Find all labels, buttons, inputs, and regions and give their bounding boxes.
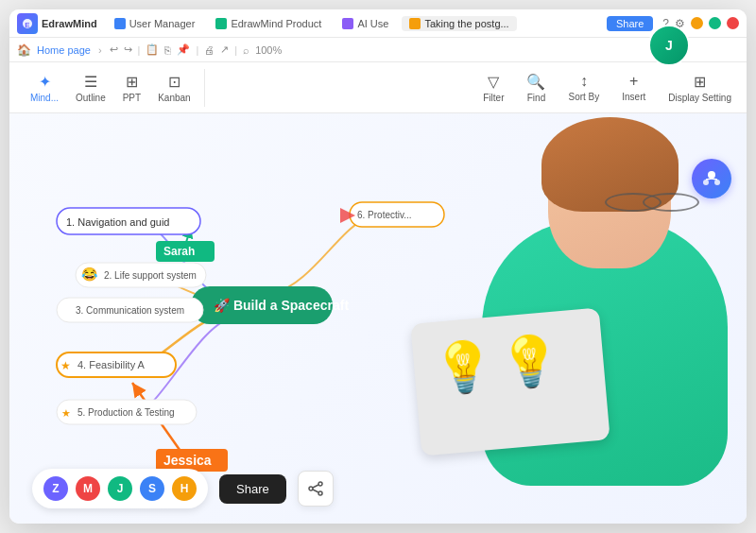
- avatars-group: Z M J S H: [32, 469, 208, 508]
- window-controls: [691, 17, 739, 29]
- home-link[interactable]: Home page: [37, 44, 91, 56]
- svg-text:E: E: [25, 21, 30, 29]
- outline-tool[interactable]: ☰ Outline: [68, 69, 113, 107]
- svg-text:1. Navigation and guid: 1. Navigation and guid: [66, 216, 169, 228]
- bottom-bar: Z M J S H Share: [32, 469, 334, 508]
- insert-tool[interactable]: + Insert: [614, 69, 653, 106]
- share-button[interactable]: Share: [219, 474, 286, 504]
- person-image: 💡 💡: [350, 113, 747, 524]
- svg-text:★: ★: [60, 359, 71, 372]
- avatar-m[interactable]: M: [74, 474, 102, 503]
- mind-tool[interactable]: ✦ Mind...: [23, 69, 66, 107]
- close-button[interactable]: [727, 17, 739, 29]
- svg-line-33: [313, 490, 318, 492]
- avatar-h[interactable]: H: [170, 474, 198, 503]
- tab-dot-purple: [342, 18, 353, 29]
- sortby-tool[interactable]: ↕ Sort By: [560, 69, 607, 106]
- tab-dot-blue: [114, 18, 126, 29]
- display-tool[interactable]: ⊞ Display Setting: [661, 69, 739, 107]
- svg-text:4. Feasibility A: 4. Feasibility A: [77, 359, 146, 370]
- ppt-icon: ⊞: [126, 73, 138, 91]
- outline-icon: ☰: [84, 73, 97, 91]
- mind-icon: ✦: [39, 73, 51, 91]
- kanban-tool[interactable]: ⊡ Kanban: [150, 69, 198, 107]
- avatar-j[interactable]: J: [106, 474, 134, 503]
- find-icon: 🔍: [526, 73, 545, 91]
- header-share-button[interactable]: Share: [607, 16, 653, 31]
- paste-icon[interactable]: 📌: [177, 43, 190, 56]
- svg-line-27: [706, 179, 712, 180]
- undo-icon[interactable]: ↩: [110, 43, 118, 56]
- filter-icon: ▽: [488, 73, 499, 91]
- tab-edrawmind-product[interactable]: EdrawMind Product: [208, 16, 329, 31]
- nav-separator: ›: [98, 44, 102, 56]
- avatar-s[interactable]: S: [138, 474, 166, 503]
- svg-point-29: [318, 482, 322, 486]
- sort-icon: ↕: [580, 73, 588, 90]
- nav-div1: |: [138, 44, 141, 56]
- filter-tool[interactable]: ▽ Filter: [475, 69, 511, 107]
- zoom-level: 100%: [255, 44, 282, 56]
- svg-point-30: [309, 487, 313, 490]
- display-icon: ⊞: [694, 73, 706, 91]
- app-logo: E EdrawMind: [17, 13, 97, 34]
- kanban-icon: ⊡: [168, 73, 180, 91]
- home-icon[interactable]: 🏠: [17, 43, 31, 57]
- right-toolbar: ▽ Filter 🔍 Find ↕ Sort By + Insert ⊞ Dis…: [475, 69, 739, 107]
- user-avatar-header[interactable]: J: [648, 25, 690, 66]
- app-name: EdrawMind: [42, 18, 97, 29]
- redo-icon[interactable]: ↪: [124, 43, 132, 56]
- maximize-button[interactable]: [709, 17, 721, 29]
- nav-div2: |: [196, 44, 198, 56]
- view-tools: ✦ Mind... ☰ Outline ⊞ PPT ⊡ Kanban: [17, 69, 205, 107]
- tab-ai-use[interactable]: AI Use: [335, 16, 396, 31]
- svg-point-25: [703, 180, 709, 185]
- tab-taking-postg[interactable]: Taking the postg...: [402, 16, 516, 31]
- copy-icon[interactable]: ⎘: [164, 44, 171, 56]
- svg-text:🚀 Build a Spacecraft: 🚀 Build a Spacecraft: [214, 298, 349, 314]
- canvas-area[interactable]: 🚀 Build a Spacecraft 1. Navigation and g…: [9, 113, 747, 524]
- svg-line-28: [712, 179, 717, 180]
- share-network-button[interactable]: [298, 471, 334, 507]
- find-tool[interactable]: 🔍 Find: [519, 69, 553, 107]
- tab-dot-green: [215, 18, 227, 29]
- zoom-icon[interactable]: ⌕: [243, 44, 249, 56]
- logo-icon: E: [17, 13, 38, 34]
- svg-text:Sarah: Sarah: [163, 245, 195, 258]
- svg-line-32: [313, 485, 318, 488]
- print-icon[interactable]: 🖨: [204, 44, 215, 56]
- title-bar: E EdrawMind User Manager EdrawMind Produ…: [9, 9, 747, 38]
- insert-icon: +: [629, 73, 638, 90]
- svg-text:Jessica: Jessica: [163, 453, 212, 468]
- svg-point-26: [714, 180, 720, 185]
- svg-text:2. Life support system: 2. Life support system: [104, 270, 197, 281]
- toolbar: ✦ Mind... ☰ Outline ⊞ PPT ⊡ Kanban ▽ Fil…: [9, 62, 747, 113]
- ppt-tool[interactable]: ⊞ PPT: [115, 69, 148, 107]
- export-icon[interactable]: ↗: [220, 43, 229, 56]
- svg-text:★: ★: [61, 407, 71, 419]
- avatar-z[interactable]: Z: [42, 474, 70, 503]
- svg-text:3. Communication system: 3. Communication system: [76, 305, 184, 316]
- nav-div3: |: [234, 44, 237, 56]
- svg-text:5. Production & Testing: 5. Production & Testing: [77, 407, 175, 418]
- svg-text:😂: 😂: [81, 266, 98, 283]
- svg-point-24: [708, 171, 715, 179]
- svg-point-31: [318, 491, 322, 495]
- tab-dot-orange: [409, 18, 421, 29]
- nav-bar: 🏠 Home page › ↩ ↪ | 📋 ⎘ 📌 | 🖨 ↗ | ⌕ 100%: [9, 38, 747, 62]
- clipboard-icon[interactable]: 📋: [146, 43, 159, 56]
- tab-user-manager[interactable]: User Manager: [107, 16, 203, 31]
- edrawmind-badge[interactable]: [692, 159, 731, 198]
- minimize-button[interactable]: [691, 17, 703, 29]
- app-window: E EdrawMind User Manager EdrawMind Produ…: [9, 9, 747, 524]
